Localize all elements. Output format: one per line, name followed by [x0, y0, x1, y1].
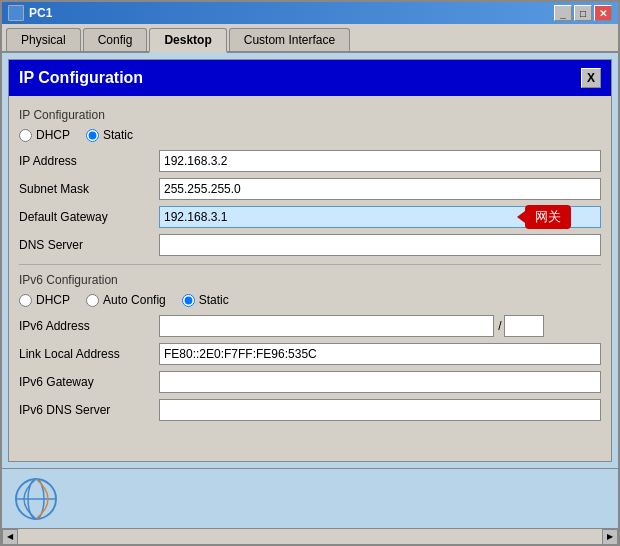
ip-address-input[interactable] — [159, 150, 601, 172]
dns-server-label: DNS Server — [19, 238, 159, 252]
divider — [19, 264, 601, 265]
static-label: Static — [103, 128, 133, 142]
tab-config[interactable]: Config — [83, 28, 148, 51]
ipv6-gateway-input[interactable] — [159, 371, 601, 393]
title-bar-controls: _ □ ✕ — [554, 5, 612, 21]
ipv6-auto-label[interactable]: Auto Config — [86, 293, 166, 307]
dhcp-radio[interactable] — [19, 129, 32, 142]
static-radio-label[interactable]: Static — [86, 128, 133, 142]
ipv6-dns-row: IPv6 DNS Server — [19, 399, 601, 421]
ipv6-gateway-label: IPv6 Gateway — [19, 375, 159, 389]
subnet-mask-row: Subnet Mask — [19, 178, 601, 200]
ip-address-row: IP Address — [19, 150, 601, 172]
ipv6-auto-radio[interactable] — [86, 294, 99, 307]
default-gateway-input[interactable] — [159, 206, 601, 228]
ipv6-address-input[interactable] — [159, 315, 494, 337]
main-content: IP Configuration X IP Configuration DHCP… — [2, 53, 618, 468]
ipv6-dhcp-label[interactable]: DHCP — [19, 293, 70, 307]
ip-config-header: IP Configuration X — [9, 60, 611, 96]
link-local-label: Link Local Address — [19, 347, 159, 361]
static-radio[interactable] — [86, 129, 99, 142]
ipv4-section-label: IP Configuration — [19, 108, 601, 122]
horizontal-scrollbar[interactable]: ◀ ▶ — [2, 528, 618, 544]
default-gateway-row: Default Gateway 网关 — [19, 206, 601, 228]
dhcp-radio-label[interactable]: DHCP — [19, 128, 70, 142]
window-icon — [8, 5, 24, 21]
network-icon — [12, 475, 60, 523]
ipv6-gateway-row: IPv6 Gateway — [19, 371, 601, 393]
tab-bar: Physical Config Desktop Custom Interface — [2, 24, 618, 53]
dns-server-row: DNS Server — [19, 234, 601, 256]
ipv4-radio-row: DHCP Static — [19, 128, 601, 142]
scroll-right-button[interactable]: ▶ — [602, 529, 618, 545]
scroll-left-button[interactable]: ◀ — [2, 529, 18, 545]
bottom-bar — [2, 468, 618, 528]
restore-button[interactable]: □ — [574, 5, 592, 21]
ipv6-section-label: IPv6 Configuration — [19, 273, 601, 287]
dhcp-label: DHCP — [36, 128, 70, 142]
inner-panel: IP Configuration X IP Configuration DHCP… — [8, 59, 612, 462]
subnet-mask-input[interactable] — [159, 178, 601, 200]
ipv6-static-radio[interactable] — [182, 294, 195, 307]
ipv6-address-row: IPv6 Address / — [19, 315, 601, 337]
ipv6-dns-input[interactable] — [159, 399, 601, 421]
subnet-mask-label: Subnet Mask — [19, 182, 159, 196]
ipv6-slash: / — [498, 319, 501, 333]
tab-desktop[interactable]: Desktop — [149, 28, 226, 53]
window-close-button[interactable]: ✕ — [594, 5, 612, 21]
ipv6-dhcp-radio[interactable] — [19, 294, 32, 307]
link-local-row: Link Local Address — [19, 343, 601, 365]
minimize-button[interactable]: _ — [554, 5, 572, 21]
ip-config-title: IP Configuration — [19, 69, 143, 87]
dns-server-input[interactable] — [159, 234, 601, 256]
ipv6-prefix-input[interactable] — [504, 315, 544, 337]
ip-config-close-button[interactable]: X — [581, 68, 601, 88]
ipv6-radio-row: DHCP Auto Config Static — [19, 293, 601, 307]
main-window: PC1 _ □ ✕ Physical Config Desktop Custom… — [0, 0, 620, 546]
ipv6-dns-label: IPv6 DNS Server — [19, 403, 159, 417]
scroll-area[interactable]: IP Configuration DHCP Static IP Address — [9, 96, 611, 461]
ipv6-static-label[interactable]: Static — [182, 293, 229, 307]
tab-custom-interface[interactable]: Custom Interface — [229, 28, 350, 51]
title-bar: PC1 _ □ ✕ — [2, 2, 618, 24]
scroll-track[interactable] — [18, 529, 602, 544]
link-local-input[interactable] — [159, 343, 601, 365]
tab-physical[interactable]: Physical — [6, 28, 81, 51]
ip-address-label: IP Address — [19, 154, 159, 168]
window-title: PC1 — [29, 6, 52, 20]
default-gateway-label: Default Gateway — [19, 210, 159, 224]
ipv6-address-label: IPv6 Address — [19, 319, 159, 333]
